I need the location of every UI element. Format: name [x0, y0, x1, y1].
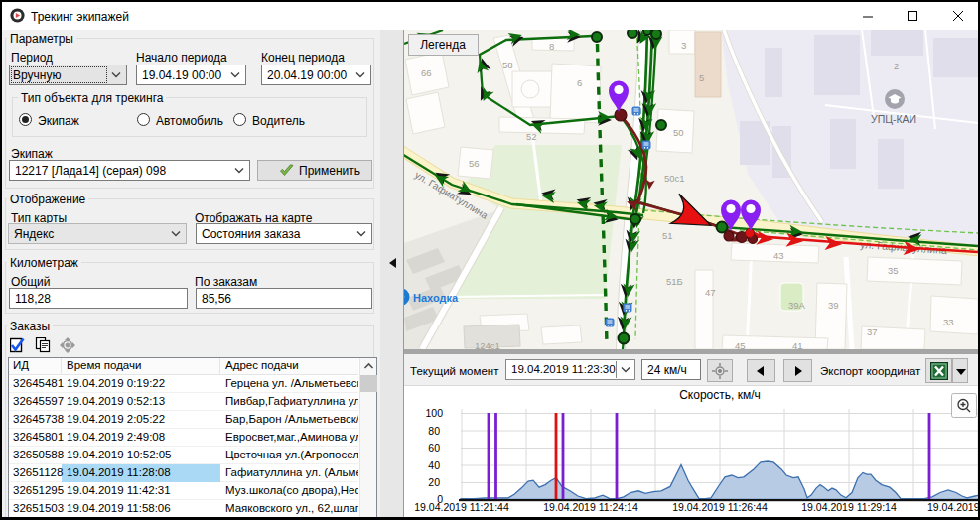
svg-text:124с1: 124с1 [475, 340, 500, 349]
svg-text:60: 60 [428, 442, 440, 454]
svg-text:52: 52 [526, 131, 537, 142]
svg-text:8: 8 [549, 41, 554, 52]
svg-text:3: 3 [681, 40, 686, 51]
svg-text:58: 58 [502, 60, 513, 70]
svg-text:51Б: 51Б [666, 276, 683, 287]
svg-text:20: 20 [428, 476, 440, 488]
svg-text:6: 6 [577, 77, 582, 88]
svg-text:19.04.2019 11:24:14: 19.04.2019 11:24:14 [543, 501, 638, 513]
svg-text:19.04.2019 11:31:44: 19.04.2019 11:31:44 [927, 501, 978, 513]
svg-text:39: 39 [828, 300, 839, 311]
svg-text:Легенда: Легенда [420, 38, 466, 52]
svg-text:41: 41 [792, 340, 803, 349]
svg-text:33: 33 [943, 317, 954, 327]
svg-text:37: 37 [867, 326, 878, 337]
svg-text:УПЦ-КАИ: УПЦ-КАИ [871, 113, 916, 125]
svg-text:43: 43 [773, 250, 784, 261]
svg-text:66: 66 [421, 67, 432, 78]
svg-text:35: 35 [888, 265, 899, 276]
svg-text:2: 2 [894, 61, 899, 71]
svg-text:51: 51 [662, 230, 673, 241]
svg-text:56: 56 [469, 158, 480, 169]
svg-text:50: 50 [673, 127, 684, 138]
svg-text:50с1: 50с1 [664, 173, 685, 184]
svg-text:19.04.2019 11:26:44: 19.04.2019 11:26:44 [672, 501, 768, 513]
svg-text:40: 40 [428, 459, 440, 471]
svg-text:39А: 39А [788, 300, 806, 311]
svg-text:80: 80 [428, 425, 440, 437]
svg-text:Находка: Находка [413, 292, 459, 304]
svg-text:5: 5 [699, 72, 704, 83]
svg-text:Скорость, км/ч: Скорость, км/ч [679, 388, 761, 402]
svg-text:19.04.2019 11:21:44: 19.04.2019 11:21:44 [414, 501, 509, 513]
svg-text:100: 100 [425, 407, 443, 419]
svg-text:47: 47 [705, 287, 716, 298]
svg-text:19.04.2019 11:29:14: 19.04.2019 11:29:14 [801, 501, 897, 513]
svg-text:45: 45 [735, 340, 746, 349]
